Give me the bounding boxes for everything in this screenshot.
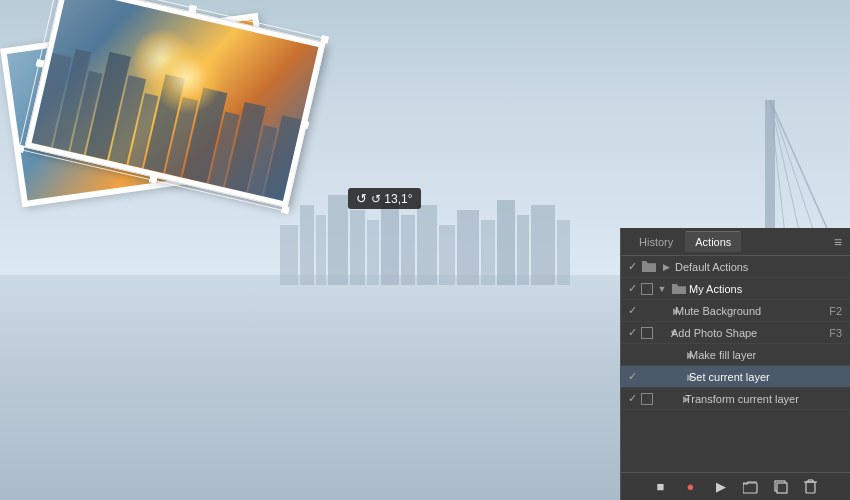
play-button[interactable]: ▶ bbox=[713, 479, 729, 495]
svg-rect-11 bbox=[481, 220, 495, 285]
action-row-mute-background[interactable]: ✓ ▶ Mute Background F2 bbox=[621, 300, 850, 322]
check-set-current-layer: ✓ bbox=[625, 370, 639, 383]
stop-button[interactable]: ■ bbox=[653, 479, 669, 495]
folder-icon-my-actions bbox=[671, 281, 687, 297]
action-row-transform-current-layer[interactable]: ✓ ▶ Transform current layer bbox=[621, 388, 850, 410]
action-row-set-current-layer[interactable]: ✓ ▶ Set current layer bbox=[621, 366, 850, 388]
delete-button[interactable] bbox=[803, 479, 819, 495]
expand-my-actions[interactable]: ▼ bbox=[655, 284, 669, 294]
label-default-actions: Default Actions bbox=[675, 261, 846, 273]
shortcut-mute-background: F2 bbox=[829, 305, 846, 317]
check-default-actions: ✓ bbox=[625, 260, 639, 273]
new-action-button[interactable] bbox=[773, 479, 789, 495]
svg-rect-1 bbox=[300, 205, 314, 285]
transform-handle-tc[interactable] bbox=[188, 5, 196, 13]
check-add-photo-shape: ✓ bbox=[625, 326, 639, 339]
checkbox-my-actions[interactable] bbox=[641, 283, 653, 295]
svg-rect-10 bbox=[457, 210, 479, 285]
record-button[interactable]: ● bbox=[683, 479, 699, 495]
rotation-value: ↺ 13,1° bbox=[371, 192, 413, 206]
svg-rect-7 bbox=[401, 215, 415, 285]
check-mute-background: ✓ bbox=[625, 304, 639, 317]
expand-mute-background[interactable]: ▶ bbox=[659, 306, 673, 316]
panel-header: History Actions ≡ bbox=[621, 228, 850, 256]
expand-set-current-layer[interactable]: ▶ bbox=[659, 372, 687, 382]
svg-rect-14 bbox=[531, 205, 555, 285]
transform-handle-ml[interactable] bbox=[36, 59, 44, 67]
tab-history[interactable]: History bbox=[629, 232, 683, 252]
svg-rect-3 bbox=[328, 195, 348, 285]
rotation-tooltip: ↺ ↺ 13,1° bbox=[348, 188, 421, 209]
label-make-fill-layer: Make fill layer bbox=[689, 349, 846, 361]
label-add-photo-shape: Add Photo Shape bbox=[671, 327, 827, 339]
expand-make-fill-layer[interactable]: ▶ bbox=[659, 350, 687, 360]
svg-rect-5 bbox=[367, 220, 379, 285]
svg-rect-6 bbox=[381, 200, 399, 285]
city-skyline bbox=[280, 165, 570, 285]
new-folder-button[interactable] bbox=[743, 479, 759, 495]
svg-rect-13 bbox=[517, 215, 529, 285]
expand-add-photo-shape[interactable]: ▼ bbox=[655, 328, 669, 338]
panel-menu-button[interactable]: ≡ bbox=[834, 234, 842, 250]
expand-default-actions[interactable]: ▶ bbox=[659, 262, 673, 272]
svg-rect-8 bbox=[417, 205, 437, 285]
action-row-add-photo-shape[interactable]: ✓ ▼ Add Photo Shape F3 bbox=[621, 322, 850, 344]
panel-tabs: History Actions bbox=[629, 231, 741, 252]
actions-panel: History Actions ≡ ✓ ▶ Default Actions ✓ … bbox=[620, 228, 850, 500]
action-row-make-fill-layer[interactable]: ▶ Make fill layer bbox=[621, 344, 850, 366]
svg-rect-12 bbox=[497, 200, 515, 285]
svg-rect-15 bbox=[557, 220, 570, 285]
checkbox-transform-current-layer[interactable] bbox=[641, 393, 653, 405]
svg-rect-36 bbox=[777, 483, 787, 493]
panel-content: ✓ ▶ Default Actions ✓ ▼ My Actions ✓ ▶ M… bbox=[621, 256, 850, 472]
check-my-actions: ✓ bbox=[625, 282, 639, 295]
panel-footer: ■ ● ▶ bbox=[621, 472, 850, 500]
action-row-default-actions[interactable]: ✓ ▶ Default Actions bbox=[621, 256, 850, 278]
rotation-icon: ↺ bbox=[356, 191, 367, 206]
svg-rect-4 bbox=[350, 210, 365, 285]
expand-transform-current-layer[interactable]: ▶ bbox=[655, 394, 683, 404]
tab-actions[interactable]: Actions bbox=[685, 231, 741, 252]
checkbox-add-photo-shape[interactable] bbox=[641, 327, 653, 339]
label-transform-current-layer: Transform current layer bbox=[685, 393, 846, 405]
svg-rect-2 bbox=[316, 215, 326, 285]
shortcut-add-photo-shape: F3 bbox=[829, 327, 846, 339]
svg-rect-9 bbox=[439, 225, 455, 285]
label-set-current-layer: Set current layer bbox=[689, 371, 846, 383]
action-row-my-actions[interactable]: ✓ ▼ My Actions bbox=[621, 278, 850, 300]
check-transform-current-layer: ✓ bbox=[625, 392, 639, 405]
label-my-actions: My Actions bbox=[689, 283, 846, 295]
svg-rect-0 bbox=[280, 225, 298, 285]
svg-rect-37 bbox=[806, 482, 815, 493]
label-mute-background: Mute Background bbox=[675, 305, 827, 317]
folder-icon-default bbox=[641, 259, 657, 275]
